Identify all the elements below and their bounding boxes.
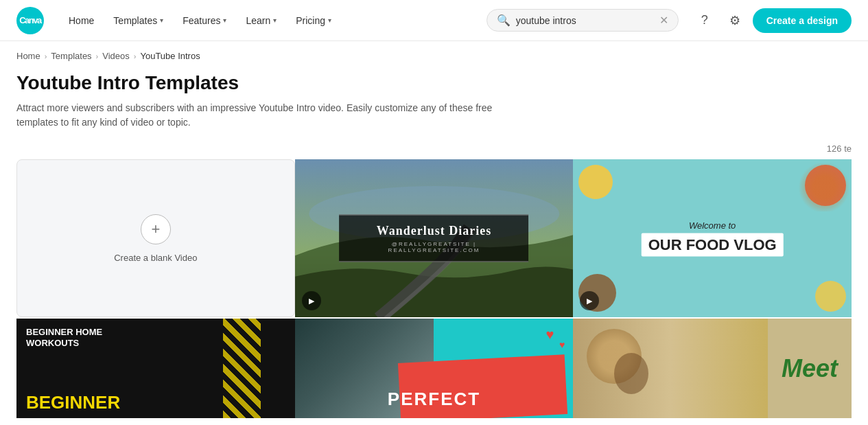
wanderlust-title: Wanderlust Diaries xyxy=(352,224,517,238)
canva-logo: Canva xyxy=(16,7,44,34)
workout-big-text: BEGINNER xyxy=(26,393,120,411)
nav-features[interactable]: Features ▾ xyxy=(174,11,235,30)
logo[interactable]: Canva xyxy=(16,7,44,34)
workout-top-text: BEGINNER HOME WORKOUTS xyxy=(26,327,102,348)
workout-stripe xyxy=(223,319,261,418)
play-button[interactable]: ▶ xyxy=(302,291,321,310)
breadcrumb-videos[interactable]: Videos xyxy=(102,51,130,61)
search-input[interactable] xyxy=(516,15,654,26)
help-button[interactable]: ? xyxy=(692,8,717,33)
nav-learn[interactable]: Learn ▾ xyxy=(237,11,285,30)
breadcrumb-home[interactable]: Home xyxy=(16,51,40,61)
blank-card-label: Create a blank Video xyxy=(114,253,197,263)
blank-video-card[interactable]: + Create a blank Video xyxy=(16,159,295,317)
perfect-template-card[interactable]: ♥ ♥ PERFECT xyxy=(295,319,574,418)
breadcrumb-sep-3: › xyxy=(134,52,137,60)
dog-body xyxy=(614,353,648,394)
food-deco-lemon xyxy=(578,165,613,199)
wanderlust-subtitle: @REALLYGREATSITE | REALLYGREATSITE.COM xyxy=(352,241,517,253)
features-chevron-icon: ▾ xyxy=(223,16,226,24)
navbar: Canva Home Templates ▾ Features ▾ Learn … xyxy=(0,0,868,41)
pricing-chevron-icon: ▾ xyxy=(328,16,331,24)
breadcrumb-sep-2: › xyxy=(96,52,99,60)
heart-icon-1: ♥ xyxy=(546,327,554,343)
food-deco-lime xyxy=(815,281,846,312)
perfect-bg: ♥ ♥ PERFECT xyxy=(295,319,574,418)
templates-chevron-icon: ▾ xyxy=(160,16,163,24)
workout-bottom-text: BEGINNER xyxy=(26,393,120,411)
create-design-button[interactable]: Create a design xyxy=(753,8,852,33)
nav-templates[interactable]: Templates ▾ xyxy=(105,11,172,30)
nav-home[interactable]: Home xyxy=(60,11,102,30)
nav-links: Home Templates ▾ Features ▾ Learn ▾ Pric… xyxy=(60,11,481,30)
food-spice-deco xyxy=(797,163,852,211)
perfect-text: PERFECT xyxy=(388,389,480,410)
wanderlust-template-card[interactable]: Wanderlust Diaries @REALLYGREATSITE | RE… xyxy=(295,159,574,317)
breadcrumb: Home › Templates › Videos › YouTube Intr… xyxy=(0,41,868,67)
template-count-row: 126 te xyxy=(0,141,868,159)
search-icon: 🔍 xyxy=(497,14,511,27)
food-welcome-text: Welcome to xyxy=(601,220,824,231)
workout-bg: BEGINNER HOME WORKOUTS BEGINNER xyxy=(16,319,295,418)
plus-icon: + xyxy=(141,214,171,244)
dog-meet-area xyxy=(573,319,768,418)
breadcrumb-current: YouTube Intros xyxy=(140,51,200,61)
meet-template-card[interactable]: Meet xyxy=(573,319,852,418)
food-vlog-template-card[interactable]: Welcome to OUR FOOD VLOG ▶ xyxy=(573,159,852,317)
settings-button[interactable]: ⚙ xyxy=(723,8,747,33)
page-header: Youtube Intro Templates Attract more vie… xyxy=(0,67,868,141)
meet-bg: Meet xyxy=(573,319,852,418)
breadcrumb-templates[interactable]: Templates xyxy=(51,51,91,61)
template-count: 126 te xyxy=(827,143,852,154)
template-grid: + Create a blank Video xyxy=(0,159,868,317)
nav-right: ? ⚙ Create a design xyxy=(692,8,852,33)
heart-icon-2: ♥ xyxy=(559,339,565,350)
breadcrumb-sep-1: › xyxy=(45,52,47,60)
search-bar: 🔍 ✕ xyxy=(486,9,679,32)
wanderlust-text-overlay: Wanderlust Diaries @REALLYGREATSITE | RE… xyxy=(340,215,529,262)
nav-pricing[interactable]: Pricing ▾ xyxy=(288,11,340,30)
page-title: Youtube Intro Templates xyxy=(16,72,852,94)
workout-template-card[interactable]: BEGINNER HOME WORKOUTS BEGINNER xyxy=(16,319,295,418)
food-center-text: Welcome to OUR FOOD VLOG xyxy=(601,220,824,257)
food-title-text: OUR FOOD VLOG xyxy=(642,233,784,257)
clear-search-button[interactable]: ✕ xyxy=(659,15,668,26)
learn-chevron-icon: ▾ xyxy=(273,16,277,24)
template-grid-row2: BEGINNER HOME WORKOUTS BEGINNER ♥ ♥ PERF… xyxy=(0,319,868,418)
page-description: Attract more viewers and subscribers wit… xyxy=(16,101,511,130)
meet-text: Meet xyxy=(782,354,838,383)
